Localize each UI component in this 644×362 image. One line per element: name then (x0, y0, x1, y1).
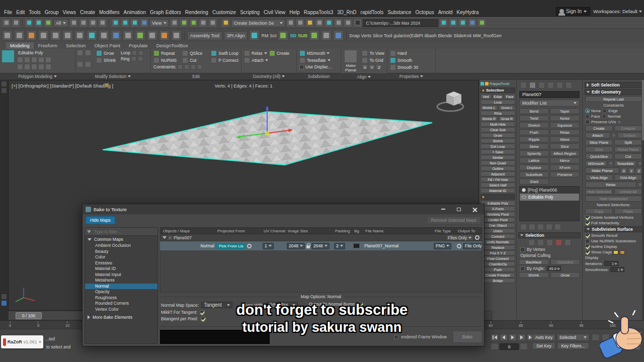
rappa-shrink-r-button[interactable]: Shrink R (480, 116, 498, 121)
grow-button[interactable]: Grow (550, 272, 581, 278)
modifier-button[interactable]: Mirror (550, 157, 580, 163)
rappa-modeling-button[interactable]: Pos X Y Z (480, 250, 515, 255)
modifier-button[interactable]: Slice (550, 143, 580, 149)
modifier-button[interactable]: Ripple (519, 136, 549, 142)
nurms-button[interactable]: NURMS (152, 57, 181, 64)
col-file-name[interactable]: File Name (363, 229, 432, 233)
grow-button[interactable]: Grow (95, 50, 117, 57)
align-x-button[interactable]: X (362, 64, 368, 70)
align-y-button[interactable]: Y (369, 64, 375, 70)
align-icon[interactable] (296, 19, 304, 27)
rappa-button[interactable]: Fill / Fill Hole (480, 177, 515, 182)
planar-y-button[interactable]: Y (628, 168, 634, 173)
split-button[interactable]: Split (614, 139, 642, 145)
menu-item[interactable]: Graph Editors (148, 8, 183, 17)
viewport-tab-icon[interactable] (2, 88, 7, 93)
create-button[interactable]: Create (585, 125, 613, 131)
rappa-vert-button[interactable]: Vert (480, 94, 492, 99)
height-dropdown[interactable]: 2048 (311, 243, 330, 249)
ring-minus-icon[interactable] (138, 56, 143, 61)
smooth-result-checkbox[interactable] (585, 233, 590, 238)
occluded-button[interactable]: Occluded (550, 259, 581, 265)
constraint-normal-radio[interactable] (602, 114, 606, 119)
col-padding[interactable]: Padding (333, 229, 352, 233)
ribbon-tab[interactable]: Selection (62, 42, 90, 49)
modifier-button[interactable]: Skew (519, 143, 549, 149)
mesh-tools-icon[interactable] (171, 30, 182, 41)
col-output-to[interactable]: Output To (455, 229, 481, 233)
object-row[interactable]: Plane007 Files Only (160, 234, 482, 241)
paste-button[interactable]: Paste (614, 208, 642, 214)
select-link-icon[interactable] (25, 19, 33, 27)
utilities-tab-icon[interactable] (566, 82, 572, 88)
rappa-modeling-button[interactable]: Unify Normals (480, 239, 515, 244)
render-setup-icon[interactable] (439, 19, 448, 27)
menu-item[interactable]: Group (43, 8, 61, 17)
menu-item[interactable]: Create (78, 8, 97, 17)
sub-label[interactable]: SUB (298, 33, 307, 38)
isoline-display-checkbox[interactable] (585, 244, 590, 249)
preserve-uvs-settings-icon[interactable] (617, 120, 621, 124)
measure-icon[interactable] (135, 30, 145, 41)
cage-color-swatch[interactable] (613, 250, 618, 254)
select-move-icon[interactable] (111, 19, 120, 27)
ribbon-tab[interactable]: DesignToolBox (152, 42, 192, 49)
menu-item[interactable]: 3D_RnD (335, 8, 358, 17)
percent-snap-icon[interactable] (199, 19, 207, 27)
unhide-all-button[interactable]: Unhide All (614, 189, 642, 195)
relax-settings-icon[interactable] (638, 183, 642, 187)
edge-mode-icon[interactable] (24, 57, 30, 63)
show-end-result-icon[interactable] (529, 224, 535, 230)
tessellate-settings-icon[interactable] (638, 161, 642, 165)
angle-snap-icon[interactable] (189, 19, 198, 27)
workspaces-selector[interactable]: Workspaces: Default (593, 9, 642, 14)
material-editor-icon[interactable] (353, 19, 362, 27)
use-pivot-center-icon[interactable] (170, 19, 179, 27)
rappatools-options-icon[interactable] (485, 82, 489, 85)
rm-label[interactable]: RM (261, 33, 268, 38)
menu-item[interactable]: Views (61, 8, 78, 17)
modifier-button[interactable]: Substitute (519, 171, 549, 177)
select-next-icon[interactable] (85, 50, 91, 56)
msmooth-button[interactable]: MSmooth (298, 50, 339, 57)
grid-icon[interactable] (147, 30, 157, 41)
systems-icon[interactable] (99, 30, 109, 41)
similar-sel-icon[interactable] (85, 61, 91, 67)
schematic-view-icon[interactable] (344, 19, 352, 27)
spacewarp-icon[interactable] (87, 30, 97, 41)
use-displacement-checkbox[interactable]: Use Displac... (298, 64, 339, 70)
open-in-cloud-icon[interactable] (477, 19, 486, 27)
select-place-icon[interactable] (140, 19, 148, 27)
reference-coordinate-dropdown[interactable]: View (149, 19, 169, 27)
delete-isolated-vertices-checkbox[interactable] (585, 215, 590, 220)
cut-button[interactable]: Cut (614, 153, 642, 159)
create-button[interactable]: Create (268, 50, 291, 57)
sct-label[interactable]: Sct (270, 33, 276, 38)
map-type-item[interactable]: Beauty (85, 249, 157, 255)
rappa-modeling-button[interactable]: ChamferOp (480, 261, 515, 266)
map-type-item[interactable]: Roughness (85, 295, 157, 301)
tessellate-button[interactable]: Tessellate (298, 57, 339, 64)
msmooth-settings-icon[interactable] (609, 161, 613, 165)
modifier-list-dropdown[interactable]: Modifier List (519, 100, 580, 107)
modify-tab-icon[interactable] (529, 82, 536, 88)
outline-sel-icon[interactable] (77, 61, 83, 67)
modifier-button[interactable]: Preserve (550, 171, 580, 177)
cut-button[interactable]: Cut (181, 57, 210, 64)
rappa-modeling-button[interactable]: X-Form (480, 206, 515, 211)
menu-item[interactable]: KeyHydra (455, 8, 481, 17)
rappa-face-button[interactable]: Face (504, 94, 515, 99)
viewcube[interactable] (437, 92, 463, 111)
subdivision-surface-rollout[interactable]: Subdivision Surface (585, 226, 642, 232)
modifier-button[interactable]: Bend (519, 108, 549, 114)
rappa-modeling-button[interactable]: Push (480, 267, 515, 272)
col-image-size[interactable]: Image Size (285, 229, 333, 233)
rappa-modeling-button[interactable]: Connect (480, 234, 515, 239)
map-row-selected[interactable]: Normal Pick From Lis 1 2048 2048 2 (160, 241, 482, 250)
group-caption-properties[interactable]: Properties (387, 73, 435, 79)
motion-tab-icon[interactable] (547, 82, 554, 88)
snap-toggle-icon[interactable] (180, 19, 188, 27)
rappa-edge-button[interactable]: Edge (493, 94, 504, 99)
key-filters-button[interactable]: Key Filters... (557, 342, 589, 349)
rappa-grow-r-button[interactable]: Grow R (499, 116, 516, 121)
